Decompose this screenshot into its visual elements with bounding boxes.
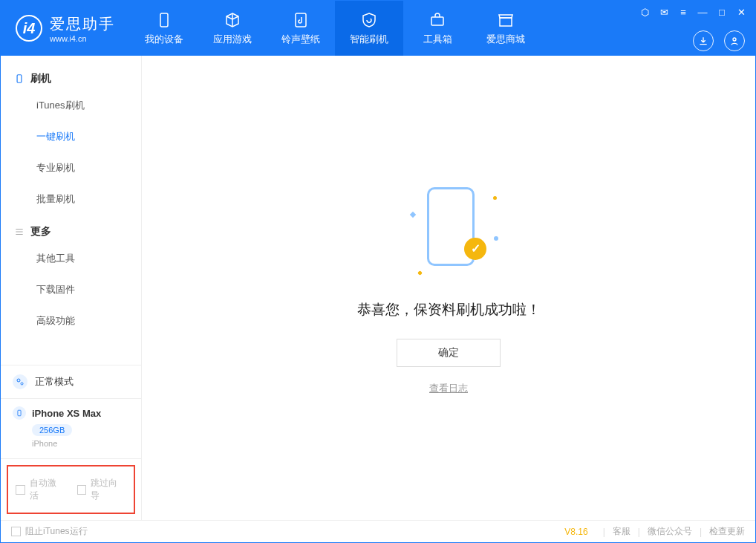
- tab-label: 我的设备: [145, 33, 183, 46]
- storage-badge: 256GB: [32, 424, 72, 436]
- wechat-link[interactable]: 微信公众号: [648, 525, 692, 538]
- svg-point-6: [21, 383, 23, 385]
- tab-apps-games[interactable]: 应用游戏: [198, 1, 267, 56]
- success-illustration: ✓: [408, 181, 489, 278]
- divider: |: [603, 527, 605, 537]
- sidebar-scroll: 刷机 iTunes刷机 一键刷机 专业刷机 批量刷机 更多 其他工具 下载固件 …: [1, 56, 141, 365]
- tab-ringtones-wallpapers[interactable]: 铃声壁纸: [267, 1, 335, 56]
- flash-options-highlight: 自动激活 跳过向导: [7, 465, 135, 514]
- tab-label: 爱思商城: [486, 33, 525, 46]
- app-subtitle: www.i4.cn: [50, 34, 115, 43]
- section-title: 刷机: [30, 72, 51, 85]
- sidebar-section-more: 更多: [1, 215, 141, 243]
- phone-small-icon: [13, 406, 26, 420]
- footer: 阻止iTunes运行 V8.16 | 客服 | 微信公众号 | 检查更新: [1, 520, 755, 542]
- tab-smart-flash[interactable]: 智能刷机: [335, 1, 403, 56]
- window-controls: ⬡ ✉ ≡ — □ ✕: [638, 7, 748, 18]
- checkbox-icon: [16, 485, 25, 495]
- version-label: V8.16: [564, 527, 587, 537]
- block-itunes-checkbox[interactable]: 阻止iTunes运行: [11, 525, 88, 538]
- divider: |: [638, 527, 640, 537]
- main-content: ✓ 恭喜您，保资料刷机成功啦！ 确定 查看日志: [142, 56, 755, 520]
- option-label: 跳过向导: [91, 477, 126, 502]
- sidebar-section-flash: 刷机: [1, 62, 141, 90]
- tab-label: 铃声壁纸: [281, 33, 320, 46]
- svg-rect-7: [18, 410, 21, 416]
- menu-icon[interactable]: ≡: [677, 7, 690, 18]
- option-label: 自动激活: [30, 477, 65, 502]
- cube-icon: [223, 10, 242, 30]
- sparkle-icon: [493, 196, 497, 200]
- tab-store[interactable]: 爱思商城: [472, 1, 540, 56]
- checkbox-icon: [11, 527, 21, 536]
- sparkle-icon: [494, 236, 498, 241]
- tab-my-device[interactable]: 我的设备: [130, 1, 198, 56]
- svg-rect-2: [431, 17, 443, 25]
- divider: |: [700, 527, 702, 537]
- sparkle-icon: [410, 211, 416, 217]
- support-link[interactable]: 客服: [613, 525, 630, 538]
- option-label: 阻止iTunes运行: [25, 525, 88, 538]
- device-type: iPhone: [32, 439, 129, 448]
- ok-button[interactable]: 确定: [397, 339, 501, 367]
- footer-right: V8.16 | 客服 | 微信公众号 | 检查更新: [564, 525, 745, 538]
- sidebar-item-download-firmware[interactable]: 下载固件: [1, 274, 141, 305]
- phone-outline-icon: [14, 74, 25, 84]
- app-title: 爱思助手: [50, 14, 115, 34]
- sidebar-item-itunes-flash[interactable]: iTunes刷机: [1, 90, 141, 121]
- mode-icon: [13, 374, 27, 389]
- skip-guide-checkbox[interactable]: 跳过向导: [77, 477, 127, 502]
- body: 刷机 iTunes刷机 一键刷机 专业刷机 批量刷机 更多 其他工具 下载固件 …: [1, 56, 755, 520]
- view-log-link[interactable]: 查看日志: [429, 382, 468, 395]
- device-name-row: iPhone XS Max: [13, 406, 129, 420]
- sidebar: 刷机 iTunes刷机 一键刷机 专业刷机 批量刷机 更多 其他工具 下载固件 …: [1, 56, 142, 520]
- tab-label: 智能刷机: [350, 33, 388, 46]
- header-action-icons: [693, 30, 745, 51]
- close-button[interactable]: ✕: [734, 7, 748, 18]
- list-icon: [14, 227, 25, 237]
- app-window: i4 爱思助手 www.i4.cn 我的设备 应用游戏 铃声壁纸 智能刷机: [0, 0, 756, 543]
- shield-refresh-icon: [359, 10, 379, 30]
- feedback-icon[interactable]: ✉: [657, 7, 671, 18]
- svg-point-5: [17, 379, 20, 382]
- success-message: 恭喜您，保资料刷机成功啦！: [357, 300, 541, 319]
- logo-area: i4 爱思助手 www.i4.cn: [1, 14, 130, 43]
- checkbox-icon: [77, 485, 87, 495]
- sidebar-item-other-tools[interactable]: 其他工具: [1, 243, 141, 274]
- auto-activate-checkbox[interactable]: 自动激活: [16, 477, 65, 502]
- sidebar-item-pro-flash[interactable]: 专业刷机: [1, 152, 141, 183]
- sidebar-item-onekey-flash[interactable]: 一键刷机: [1, 121, 141, 152]
- store-icon: [496, 10, 515, 30]
- minimize-button[interactable]: —: [696, 7, 709, 18]
- tab-label: 工具箱: [423, 33, 452, 46]
- device-icon: [154, 10, 174, 30]
- checkmark-badge-icon: ✓: [464, 238, 486, 260]
- device-row[interactable]: iPhone XS Max 256GB iPhone: [1, 399, 141, 459]
- logo-icon: i4: [16, 15, 42, 42]
- tab-toolbox[interactable]: 工具箱: [403, 1, 472, 56]
- mode-label: 正常模式: [35, 375, 74, 388]
- sparkle-icon: [417, 270, 423, 275]
- svg-point-3: [733, 38, 736, 41]
- sidebar-item-batch-flash[interactable]: 批量刷机: [1, 183, 141, 215]
- svg-rect-4: [17, 75, 22, 83]
- tab-label: 应用游戏: [213, 33, 252, 46]
- maximize-button[interactable]: □: [715, 7, 729, 18]
- svg-rect-1: [296, 13, 306, 27]
- check-update-link[interactable]: 检查更新: [709, 525, 745, 538]
- sidebar-bottom: 正常模式 iPhone XS Max 256GB iPhone 自动激活: [1, 365, 141, 520]
- toolbox-icon: [428, 10, 447, 30]
- section-title: 更多: [30, 225, 51, 238]
- tshirt-icon[interactable]: ⬡: [638, 7, 651, 18]
- svg-rect-0: [160, 13, 168, 27]
- sidebar-item-advanced[interactable]: 高级功能: [1, 305, 141, 336]
- device-mode-row[interactable]: 正常模式: [1, 365, 141, 399]
- main-tabs: 我的设备 应用游戏 铃声壁纸 智能刷机 工具箱 爱思商城: [130, 1, 540, 56]
- header: i4 爱思助手 www.i4.cn 我的设备 应用游戏 铃声壁纸 智能刷机: [1, 1, 755, 56]
- music-file-icon: [291, 10, 310, 30]
- download-icon[interactable]: [693, 30, 714, 51]
- logo-text: 爱思助手 www.i4.cn: [50, 14, 115, 43]
- device-name: iPhone XS Max: [32, 408, 101, 419]
- user-icon[interactable]: [724, 30, 745, 51]
